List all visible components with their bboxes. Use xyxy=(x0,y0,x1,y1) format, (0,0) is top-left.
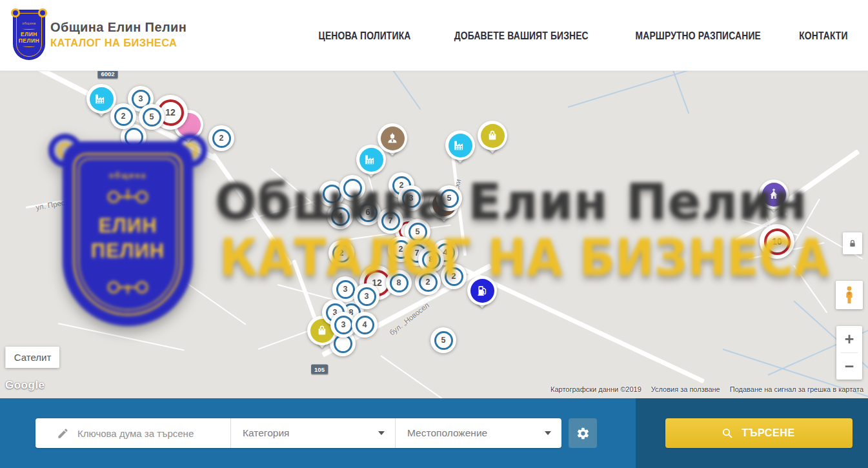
road-number-badge: 6002 xyxy=(97,71,117,79)
page: 6002105 ул. Преславбул. „Новоселски xyxy=(0,0,868,468)
pegman-icon xyxy=(842,285,857,305)
search-form: Категория Местоположение xyxy=(35,418,561,448)
site-title: Община Елин Пелин xyxy=(50,20,187,35)
site-subtitle: КАТАЛОГ НА БИЗНЕСА xyxy=(50,37,183,50)
map-attribution: Картографски данни ©2019 Условия за полз… xyxy=(550,385,863,393)
factory-icon xyxy=(90,87,114,111)
watermark-subtitle: КАТАЛОГ НА БИЗНЕСА xyxy=(219,228,830,287)
nav-contacts[interactable]: КОНТАКТИ xyxy=(799,30,847,42)
map-cluster-marker[interactable]: 2 xyxy=(208,125,234,151)
keyword-input[interactable] xyxy=(77,428,226,439)
map-cluster-marker[interactable]: 2 xyxy=(110,103,136,129)
cluster-count: 2 xyxy=(114,107,133,126)
location-select[interactable]: Местоположение xyxy=(395,418,561,448)
map-pin-bag[interactable] xyxy=(478,121,507,150)
site-logo[interactable]: община ЕЛИН ПЕЛИН Община Елин Пелин КАТА… xyxy=(14,10,187,59)
report-error-link[interactable]: Подаване на сигнал за грешка в картата xyxy=(730,385,863,393)
map-type-control: Карта Сателит xyxy=(5,347,59,368)
factory-icon xyxy=(359,148,383,172)
cluster-count: 5 xyxy=(143,108,161,127)
coat-of-arms-logo: община ЕЛИН ПЕЛИН xyxy=(14,10,45,59)
pin-body xyxy=(445,130,475,160)
cluster-count: 4 xyxy=(356,316,374,334)
pin-body xyxy=(478,121,507,150)
main-nav: ЦЕНОВА ПОЛИТИКА ДОБАВЕТЕ ВАШИЯТ БИЗНЕС М… xyxy=(310,0,853,71)
shield-ornament xyxy=(54,187,202,209)
location-placeholder: Местоположение xyxy=(407,427,545,439)
category-placeholder: Категория xyxy=(243,427,378,439)
chevron-down-icon xyxy=(378,431,385,435)
nav-pricing-policy[interactable]: ЦЕНОВА ПОЛИТИКА xyxy=(319,30,411,42)
cluster-count: 3 xyxy=(334,316,353,334)
zoom-in-button[interactable]: + xyxy=(836,326,862,352)
shield-ornament xyxy=(54,278,202,300)
shield-name: ЕЛИН ПЕЛИН xyxy=(54,214,202,264)
advanced-search-button[interactable] xyxy=(569,418,597,448)
search-button-label: ТЪРСЕНЕ xyxy=(742,427,794,440)
bag-icon xyxy=(481,124,505,148)
shield-town-word: община xyxy=(54,171,202,180)
zoom-control: + − xyxy=(836,326,862,380)
pencil-icon xyxy=(57,427,69,440)
pegman-control[interactable] xyxy=(836,281,863,309)
cluster-count: 3 xyxy=(358,287,376,306)
search-icon xyxy=(722,427,733,439)
nav-add-your-business[interactable]: ДОБАВЕТЕ ВАШИЯТ БИЗНЕС xyxy=(454,30,589,42)
google-map[interactable]: 6002105 ул. Преславбул. „Новоселски xyxy=(0,71,868,398)
pin-body xyxy=(356,145,386,174)
keyword-field[interactable] xyxy=(35,418,230,448)
header: община ЕЛИН ПЕЛИН Община Елин Пелин КАТА… xyxy=(0,0,868,71)
map-pin-factory[interactable] xyxy=(445,130,475,160)
cluster-count: 5 xyxy=(434,331,453,350)
map-cluster-marker[interactable]: 3 xyxy=(354,283,379,309)
chevron-down-icon xyxy=(545,431,551,435)
road-number-badge: 105 xyxy=(311,365,328,374)
zoom-out-button[interactable]: − xyxy=(836,353,862,380)
cluster-count: 2 xyxy=(212,129,231,148)
attribution-copyright: Картографски данни ©2019 xyxy=(550,385,641,393)
watermark-title: Община Елин Пелин xyxy=(215,173,808,230)
nav-route-schedule[interactable]: МАРШРУТНО РАЗПИСАНИЕ xyxy=(635,30,760,42)
category-select[interactable]: Категория xyxy=(230,418,395,448)
search-button[interactable]: ТЪРСЕНЕ xyxy=(665,418,853,448)
logo-text: Община Елин Пелин КАТАЛОГ НА БИЗНЕСА xyxy=(50,20,187,50)
watermark-coat-of-arms: община ЕЛИН ПЕЛИН xyxy=(54,137,202,326)
map-pin-factory[interactable] xyxy=(356,145,386,174)
map-type-satellite-button[interactable]: Сателит xyxy=(5,347,59,368)
shield-border xyxy=(16,13,42,57)
search-bar: Категория Местоположение ТЪРСЕНЕ xyxy=(0,398,868,468)
factory-icon xyxy=(449,134,472,158)
gear-icon xyxy=(576,427,590,440)
lock-icon xyxy=(847,238,858,249)
map-cluster-marker[interactable]: 4 xyxy=(352,312,378,338)
map-cluster-marker[interactable]: 5 xyxy=(430,327,456,353)
map-cluster-marker[interactable]: 5 xyxy=(139,104,165,130)
street-view-lock-button[interactable] xyxy=(843,232,862,254)
google-logo[interactable]: Google xyxy=(5,379,45,392)
terms-link[interactable]: Условия за ползване xyxy=(651,385,720,393)
